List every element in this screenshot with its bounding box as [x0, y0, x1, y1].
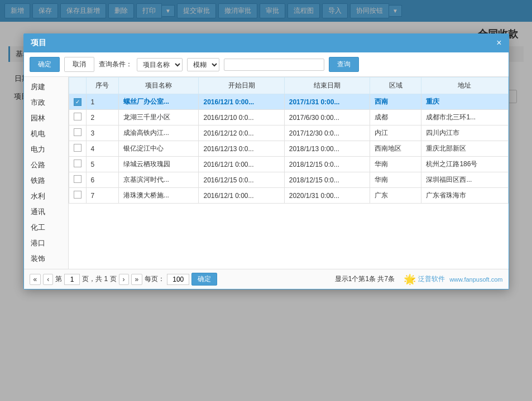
sidebar-item-shui[interactable]: 水利 — [24, 189, 68, 204]
col-check — [69, 78, 86, 94]
sidebar-item-fang[interactable]: 房建 — [24, 79, 68, 95]
page-prefix: 第 — [55, 274, 62, 284]
row-seq: 5 — [86, 157, 118, 172]
brand-url: www.fanpusoft.com — [449, 276, 502, 283]
row-start-date: 2016/12/1 0:00... — [199, 94, 284, 110]
row-seq: 2 — [86, 110, 118, 125]
row-end-date: 2018/12/15 0:0... — [284, 157, 370, 172]
row-area: 成都 — [370, 110, 421, 125]
page-next-button[interactable]: › — [119, 274, 129, 285]
modal-search-input[interactable] — [224, 59, 324, 71]
row-name: 成渝高铁内江... — [118, 125, 199, 141]
checkbox-empty-icon — [74, 191, 82, 199]
sidebar-item-ji[interactable]: 机电 — [24, 126, 68, 142]
col-area: 区域 — [370, 78, 421, 94]
query-mode-select[interactable]: 模糊 精确 — [187, 58, 219, 71]
checkbox-checked-icon: ✓ — [74, 98, 82, 106]
checkbox-empty-icon — [74, 128, 82, 136]
row-area: 西南地区 — [370, 141, 421, 157]
table-row[interactable]: 2龙湖三千里小区2016/12/10 0:0...2017/6/30 0:00.… — [69, 110, 508, 125]
sidebar-item-gang[interactable]: 港口 — [24, 235, 68, 251]
row-address: 四川内江市 — [421, 125, 508, 141]
modal-query-button[interactable]: 查询 — [329, 57, 359, 72]
row-start-date: 2016/12/1 0:00... — [199, 157, 284, 172]
checkbox-empty-icon — [74, 175, 82, 183]
table-row[interactable]: 3成渝高铁内江...2016/12/12 0:0...2017/12/30 0:… — [69, 125, 508, 141]
row-start-date: 2016/12/13 0:0... — [199, 141, 284, 157]
per-page-wrap: 每页： 确定 — [145, 273, 217, 286]
sidebar-item-gong[interactable]: 公路 — [24, 157, 68, 173]
data-table-wrap: 序号 项目名称 开始日期 结束日期 区域 地址 ✓1螺丝厂办公室...2016/… — [69, 77, 509, 269]
modal-close-button[interactable]: × — [496, 38, 501, 47]
row-name: 京基滨河时代... — [118, 172, 199, 188]
sidebar-item-hua[interactable]: 化工 — [24, 220, 68, 235]
row-seq: 1 — [86, 94, 118, 110]
row-end-date: 2017/6/30 0:00... — [284, 110, 370, 125]
table-row[interactable]: 5绿城云栖玫瑰园2016/12/1 0:00...2018/12/15 0:0.… — [69, 157, 508, 172]
modal-cancel-button[interactable]: 取消 — [64, 57, 94, 72]
page-first-button[interactable]: « — [30, 274, 41, 285]
row-start-date: 2016/12/1 0:00... — [199, 188, 284, 204]
page-last-button[interactable]: » — [131, 274, 143, 285]
row-area: 华南 — [370, 172, 421, 188]
table-row[interactable]: ✓1螺丝厂办公室...2016/12/1 0:00...2017/1/31 0:… — [69, 94, 508, 110]
row-end-date: 2020/1/31 0:00... — [284, 188, 370, 204]
sidebar-item-dian[interactable]: 电力 — [24, 142, 68, 157]
sidebar-item-yuan[interactable]: 园林 — [24, 110, 68, 126]
col-start: 开始日期 — [199, 78, 284, 94]
row-checkbox[interactable] — [69, 110, 86, 125]
row-checkbox[interactable] — [69, 157, 86, 172]
modal-header: 项目 × — [24, 33, 509, 52]
row-address: 成都市北三环1... — [421, 110, 508, 125]
row-start-date: 2016/12/10 0:0... — [199, 110, 284, 125]
row-checkbox[interactable] — [69, 141, 86, 157]
sidebar-item-tong[interactable]: 通讯 — [24, 204, 68, 220]
col-end: 结束日期 — [284, 78, 370, 94]
per-page-input[interactable] — [167, 274, 189, 285]
row-area: 内江 — [370, 125, 421, 141]
row-end-date: 2018/12/15 0:0... — [284, 172, 370, 188]
brand-name: 泛普软件 — [418, 274, 445, 284]
modal-toolbar: 确定 取消 查询条件： 项目名称 项目编号 区域 模糊 精确 查询 — [24, 52, 509, 77]
category-sidebar: 房建 市政 园林 机电 电力 公路 铁路 水利 通讯 化工 港口 装饰 — [24, 77, 69, 269]
project-modal: 项目 × 确定 取消 查询条件： 项目名称 项目编号 区域 模糊 精确 查询 — [23, 33, 509, 289]
modal-title: 项目 — [31, 38, 46, 48]
table-row[interactable]: 7港珠澳大桥施...2016/12/1 0:00...2020/1/31 0:0… — [69, 188, 508, 204]
row-name: 港珠澳大桥施... — [118, 188, 199, 204]
query-condition-label: 查询条件： — [99, 60, 132, 69]
checkbox-empty-icon — [74, 160, 82, 167]
row-end-date: 2017/1/31 0:00... — [284, 94, 370, 110]
footer-brand: 🌟 泛普软件 www.fanpusoft.com — [404, 273, 502, 286]
row-area: 广东 — [370, 188, 421, 204]
sidebar-item-zhuang[interactable]: 装饰 — [24, 251, 68, 267]
query-field-select[interactable]: 项目名称 项目编号 区域 — [137, 58, 183, 71]
row-checkbox[interactable] — [69, 125, 86, 141]
row-seq: 6 — [86, 172, 118, 188]
row-address: 广东省珠海市 — [421, 188, 508, 204]
row-checkbox[interactable] — [69, 188, 86, 204]
row-seq: 4 — [86, 141, 118, 157]
col-addr: 地址 — [421, 78, 508, 94]
modal-confirm-button[interactable]: 确定 — [30, 57, 60, 72]
row-address: 杭州之江路186号 — [421, 157, 508, 172]
table-row[interactable]: 4银亿淀江中心2016/12/13 0:0...2018/1/13 0:00..… — [69, 141, 508, 157]
page-number-input[interactable] — [64, 274, 80, 285]
row-checkbox[interactable]: ✓ — [69, 94, 86, 110]
row-name: 银亿淀江中心 — [118, 141, 199, 157]
row-start-date: 2016/12/15 0:0... — [199, 172, 284, 188]
row-start-date: 2016/12/12 0:0... — [199, 125, 284, 141]
row-name: 绿城云栖玫瑰园 — [118, 157, 199, 172]
per-page-confirm-button[interactable]: 确定 — [191, 273, 217, 286]
page-prev-button[interactable]: ‹ — [43, 274, 53, 285]
row-end-date: 2018/1/13 0:00... — [284, 141, 370, 157]
project-table: 序号 项目名称 开始日期 结束日期 区域 地址 ✓1螺丝厂办公室...2016/… — [69, 77, 509, 204]
row-name: 龙湖三千里小区 — [118, 110, 199, 125]
modal-footer: « ‹ 第 页，共 1 页 › » 每页： 确定 显示1个第1条 共7条 — [24, 269, 509, 289]
table-row[interactable]: 6京基滨河时代...2016/12/15 0:0...2018/12/15 0:… — [69, 172, 508, 188]
row-checkbox[interactable] — [69, 172, 86, 188]
row-end-date: 2017/12/30 0:0... — [284, 125, 370, 141]
sidebar-item-shi[interactable]: 市政 — [24, 95, 68, 110]
per-page-label: 每页： — [145, 274, 165, 284]
page-suffix: 页，共 1 页 — [82, 274, 116, 284]
sidebar-item-tie[interactable]: 铁路 — [24, 173, 68, 189]
